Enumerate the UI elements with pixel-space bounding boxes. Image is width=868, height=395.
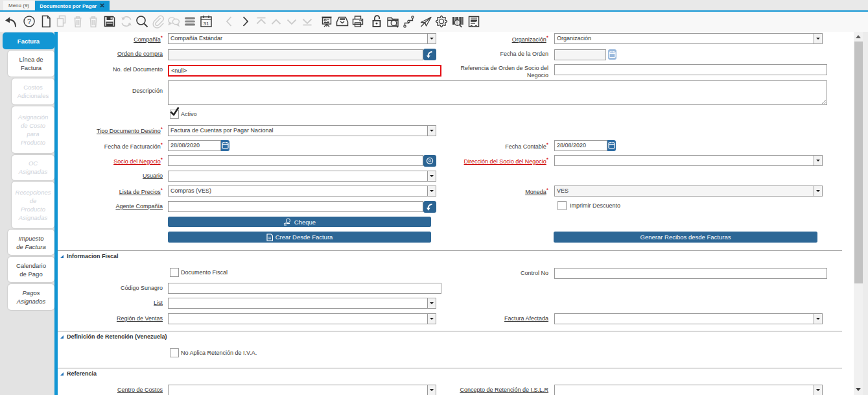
svg-text:31: 31 [204, 21, 209, 27]
svg-text:?: ? [27, 18, 31, 25]
